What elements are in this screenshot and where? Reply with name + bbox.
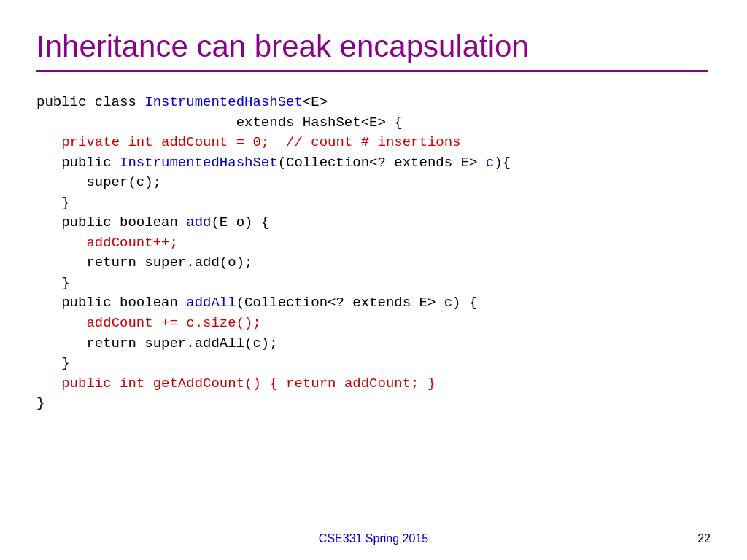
slide: Inheritance can break encapsulation publ…	[0, 0, 747, 560]
code-segment: <E>	[303, 94, 328, 110]
code-line-4: public InstrumentedHashSet(Collection<? …	[36, 153, 711, 174]
footer-page: 22	[697, 532, 711, 545]
code-segment	[36, 376, 61, 392]
code-line-11: public boolean addAll(Collection<? exten…	[36, 293, 711, 314]
code-segment: c	[444, 295, 452, 311]
code-line-8: addCount++;	[36, 233, 711, 254]
code-segment: public boolean	[36, 214, 186, 230]
code-segment	[36, 235, 86, 251]
footer: CSE331 Spring 2015	[0, 532, 747, 545]
code-segment: (Collection<? extends E>	[278, 155, 486, 171]
code-line-13: return super.addAll(c);	[36, 334, 711, 354]
code-line-15: public int getAddCount() { return addCou…	[36, 374, 711, 394]
code-segment: public class	[36, 94, 144, 110]
code-segment: extends HashSet<E> {	[36, 114, 403, 131]
code-line-12: addCount += c.size();	[36, 314, 711, 334]
code-segment: return super.addAll(c);	[36, 335, 278, 351]
code-line-6: }	[36, 193, 711, 214]
code-segment: }	[36, 355, 70, 371]
code-segment: public	[36, 155, 120, 171]
code-segment: add	[186, 214, 211, 230]
code-segment: }	[36, 195, 70, 211]
footer-course: CSE331 Spring 2015	[319, 532, 428, 545]
code-line-9: return super.add(o);	[36, 253, 711, 273]
code-segment: InstrumentedHashSet	[120, 155, 278, 171]
code-segment: addCount++;	[86, 235, 177, 251]
code-line-10: }	[36, 273, 711, 294]
code-line-1: public class InstrumentedHashSet<E>	[36, 93, 711, 113]
title-underline	[36, 70, 708, 72]
code-segment: c	[486, 155, 494, 171]
code-segment: super(c);	[36, 174, 161, 190]
code-segment: }	[36, 395, 44, 411]
code-line-7: public boolean add(E o) {	[36, 213, 711, 233]
code-line-5: super(c);	[36, 173, 711, 193]
code-segment: private int addCount = 0; // count # ins…	[61, 134, 460, 150]
code-segment: addCount += c.size();	[86, 315, 260, 331]
code-line-2: extends HashSet<E> {	[36, 113, 711, 133]
code-segment	[36, 134, 61, 150]
code-line-3: private int addCount = 0; // count # ins…	[36, 133, 711, 153]
code-segment: addAll	[186, 295, 236, 311]
code-block: public class InstrumentedHashSet<E> exte…	[36, 93, 711, 414]
code-segment	[36, 315, 86, 331]
code-line-16: }	[36, 394, 711, 414]
code-segment: }	[36, 275, 70, 291]
code-segment: public boolean	[36, 295, 186, 311]
slide-title: Inheritance can break encapsulation	[36, 29, 711, 64]
code-line-14: }	[36, 354, 711, 374]
code-segment: (Collection<? extends E>	[236, 295, 444, 311]
code-segment: ) {	[452, 295, 477, 311]
code-segment: ){	[494, 155, 511, 171]
code-segment: InstrumentedHashSet	[144, 94, 303, 110]
code-segment: public int getAddCount() { return addCou…	[61, 376, 436, 392]
code-segment: (E o) {	[211, 214, 269, 230]
code-segment: return super.add(o);	[36, 254, 252, 271]
